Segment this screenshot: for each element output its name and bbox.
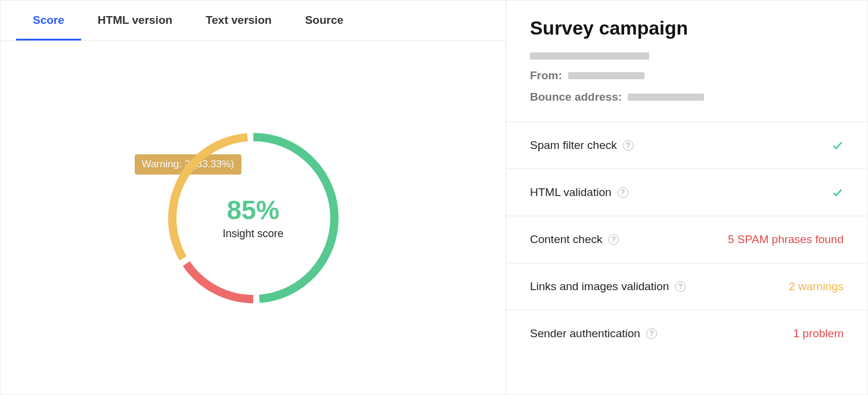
check-row-html-validation[interactable]: HTML validation? [506, 169, 867, 216]
check-label: HTML validation [530, 186, 612, 199]
score-label: Insight score [222, 228, 283, 240]
campaign-header: Survey campaign From: Bounce address: [506, 1, 867, 122]
from-label: From: [530, 69, 562, 82]
checkmark-icon [832, 139, 844, 151]
redacted-from [568, 72, 644, 79]
campaign-title: Survey campaign [530, 17, 844, 39]
check-status-text: 1 problem [793, 327, 844, 340]
bounce-row: Bounce address: [530, 91, 844, 104]
check-row-sender-auth[interactable]: Sender authentication?1 problem [506, 310, 867, 357]
check-label: Spam filter check [530, 139, 617, 152]
help-icon[interactable]: ? [675, 281, 686, 292]
from-row: From: [530, 69, 844, 82]
check-row-content-check[interactable]: Content check?5 SPAM phrases found [506, 216, 867, 263]
redacted-subject [530, 52, 649, 60]
score-chart-area: Warning: 2 (33.33%) 85% Insight score [1, 41, 506, 394]
help-icon[interactable]: ? [618, 187, 628, 198]
score-percent: 85% [227, 195, 279, 225]
check-row-spam-filter[interactable]: Spam filter check? [506, 122, 867, 169]
left-panel: ScoreHTML versionText versionSource Warn… [1, 1, 506, 394]
check-row-left: HTML validation? [530, 186, 628, 199]
tab-label: Text version [206, 14, 272, 26]
donut-wrap: Warning: 2 (33.33%) 85% Insight score [167, 132, 340, 304]
help-icon[interactable]: ? [608, 234, 619, 245]
tab-html-version[interactable]: HTML version [81, 1, 189, 41]
check-row-links-images[interactable]: Links and images validation?2 warnings [506, 263, 867, 310]
bounce-label: Bounce address: [530, 91, 622, 104]
page-root: ScoreHTML versionText versionSource Warn… [0, 0, 868, 395]
check-row-left: Spam filter check? [530, 139, 634, 152]
checkmark-icon [832, 186, 844, 198]
check-list: Spam filter check?HTML validation?Conten… [506, 122, 867, 357]
tab-label: HTML version [98, 14, 172, 26]
check-row-left: Links and images validation? [530, 280, 686, 293]
tab-label: Source [305, 14, 343, 26]
check-row-left: Content check? [530, 233, 619, 246]
check-label: Sender authentication [530, 327, 640, 340]
help-icon[interactable]: ? [646, 328, 657, 339]
check-status-text: 5 SPAM phrases found [728, 233, 844, 246]
tab-source[interactable]: Source [289, 1, 360, 41]
tab-text-version[interactable]: Text version [189, 1, 289, 41]
check-row-left: Sender authentication? [530, 327, 657, 340]
right-panel: Survey campaign From: Bounce address: Sp… [506, 1, 867, 394]
check-status-text: 2 warnings [789, 280, 844, 293]
tab-bar: ScoreHTML versionText versionSource [1, 1, 506, 41]
help-icon[interactable]: ? [623, 140, 634, 151]
tab-score[interactable]: Score [16, 1, 81, 41]
tab-label: Score [33, 14, 64, 26]
check-label: Content check [530, 233, 602, 246]
donut-center: 85% Insight score [167, 132, 340, 304]
check-label: Links and images validation [530, 280, 669, 293]
redacted-bounce [628, 94, 704, 101]
